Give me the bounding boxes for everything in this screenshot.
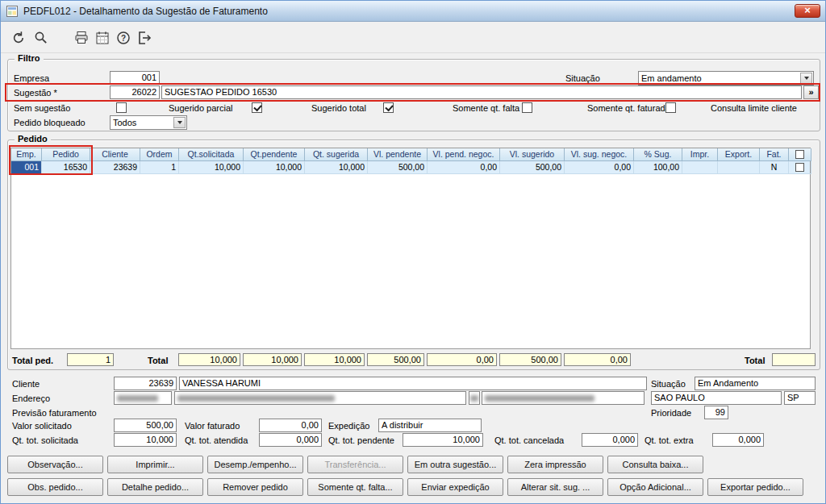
column-header-cliente[interactable]: Cliente — [90, 148, 140, 161]
expedicao-field: A distribuir — [378, 419, 482, 432]
button-imprimir[interactable]: Imprimir... — [107, 456, 203, 473]
total-field-vl-sugerido: 500,00 — [499, 353, 561, 366]
filter-checkbox-label-sem-sugestao: Sem sugestão — [14, 103, 70, 113]
button-somente-qt-falta[interactable]: Somente qt. falta... — [307, 478, 403, 496]
cell-ordem[interactable]: 1 — [140, 161, 179, 174]
endereco-label: Endereço — [12, 394, 50, 403]
situacao-filter-label: Situação — [565, 73, 600, 83]
header-select-checkbox[interactable] — [795, 150, 804, 159]
total-ped-label: Total ped. — [12, 356, 53, 365]
cliente-label: Cliente — [12, 379, 40, 389]
column-header-qt-sugerida[interactable]: Qt. sugerida — [305, 148, 368, 161]
cell-qt-pendente[interactable]: 10,000 — [244, 161, 305, 174]
column-header-qt-solicitada[interactable]: Qt.solicitada — [179, 148, 244, 161]
close-button[interactable]: × — [795, 4, 820, 18]
sugestao-zoom-button[interactable]: » — [803, 85, 819, 99]
qt-tot-extra-label: Qt. tot. extra — [645, 435, 694, 445]
button-observacao[interactable]: Observação... — [7, 456, 103, 473]
row-select-cell[interactable] — [789, 161, 811, 174]
pedido-bloqueado-label: Pedido bloqueado — [14, 118, 86, 127]
exit-icon[interactable] — [135, 28, 154, 48]
button-opcao-adicional[interactable]: Opção Adicional... — [607, 478, 703, 496]
pedido-bloqueado-dropdown[interactable]: Todos — [110, 115, 187, 130]
filter-checkbox-sugerido-parcial[interactable] — [252, 102, 262, 113]
row-select-checkbox[interactable] — [795, 163, 804, 172]
cell-emp[interactable]: 001 — [11, 161, 42, 174]
table-row[interactable]: 0011653023639110,00010,00010,000500,000,… — [11, 161, 810, 174]
cell-vl-pend-negoc[interactable]: 0,00 — [428, 161, 500, 174]
search-icon[interactable] — [31, 28, 51, 48]
filter-checkbox-sem-sugestao[interactable] — [116, 102, 127, 113]
column-header-vl-sugerido[interactable]: Vl. sugerido — [500, 148, 565, 161]
total-field-qt-sugerida: 10,000 — [304, 353, 365, 366]
total-right-label: Total — [745, 356, 765, 365]
cell-vl-pendente[interactable]: 500,00 — [368, 161, 428, 174]
column-header-vl-pend-negoc[interactable]: Vl. pend. negoc. — [428, 148, 500, 161]
filter-checkbox-label-consulta-limite-cliente: Consulta limite cliente — [711, 103, 797, 113]
qt-tot-cancelada-field: 0,000 — [582, 433, 638, 447]
column-header-vl-sug-negoc[interactable]: Vl. sug. negoc. — [565, 148, 634, 161]
undo-icon[interactable] — [9, 28, 28, 48]
button-transferencia[interactable]: Transferência... — [307, 456, 403, 473]
help-icon[interactable]: ? — [114, 28, 133, 48]
button-alterar-sit-sug[interactable]: Alterar sit. sug. ... — [507, 478, 603, 496]
column-header-vl-pendente[interactable]: Vl. pendente — [368, 148, 428, 161]
empresa-field[interactable]: 001 — [110, 71, 160, 85]
filter-checkbox-row: Sem sugestãoSugerido parcialSugerido tot… — [1, 102, 826, 115]
button-desemp-empenho[interactable]: Desemp./empenho... — [207, 456, 303, 473]
column-header-select[interactable] — [789, 148, 811, 161]
button-zera-impressao[interactable]: Zera impressão — [507, 456, 603, 473]
total-ped-field: 1 — [67, 353, 114, 366]
toolbar: ? — [1, 23, 825, 53]
sugestao-description-field[interactable]: SUGESTAO PEDIDO 16530 — [161, 85, 802, 99]
qt-tot-pendente-field: 10,000 — [403, 433, 483, 447]
total-right-field — [772, 353, 816, 366]
cell-vl-sugerido[interactable]: 500,00 — [500, 161, 565, 174]
cell-impr[interactable] — [682, 161, 718, 174]
chevron-down-icon[interactable] — [173, 117, 186, 128]
sugestao-code-field[interactable]: 26022 — [110, 85, 160, 99]
filter-checkbox-sugerido-total[interactable] — [383, 102, 394, 113]
column-header-ordem[interactable]: Ordem — [140, 148, 179, 161]
cell-sug[interactable]: 100,00 — [634, 161, 682, 174]
button-em-outra-sugestao[interactable]: Em outra sugestão... — [407, 456, 503, 473]
column-header-qt-pendente[interactable]: Qt.pendente — [244, 148, 305, 161]
endereco-redacted-field-1 — [114, 391, 172, 405]
cell-pedido[interactable]: 16530 — [42, 161, 90, 174]
column-header-export[interactable]: Export. — [718, 148, 760, 161]
cell-fat[interactable]: N — [760, 161, 789, 174]
situacao-dropdown[interactable]: Em andamento — [638, 71, 814, 85]
button-detalhe-pedido[interactable]: Detalhe pedido... — [107, 478, 203, 496]
column-header-impr[interactable]: Impr. — [682, 148, 718, 161]
cell-qt-solicitada[interactable]: 10,000 — [179, 161, 244, 174]
filter-checkbox-label-sugerido-parcial: Sugerido parcial — [169, 103, 233, 113]
button-enviar-expedicao[interactable]: Enviar expedição — [407, 478, 503, 496]
filter-checkbox-somente-qt-faturada[interactable] — [665, 102, 676, 113]
pedido-bloqueado-value: Todos — [113, 118, 136, 128]
cell-qt-sugerida[interactable]: 10,000 — [305, 161, 368, 174]
qt-tot-atendida-label: Qt. tot. atendida — [185, 435, 248, 445]
column-header-sug[interactable]: % Sug. — [634, 148, 682, 161]
empresa-label: Empresa — [14, 73, 49, 83]
sugestao-label: Sugestão * — [14, 88, 57, 98]
expedicao-label: Expedição — [328, 421, 369, 431]
button-consulta-baixa[interactable]: Consulta baixa... — [607, 456, 703, 473]
column-header-fat[interactable]: Fat. — [760, 148, 789, 161]
print-icon[interactable] — [72, 28, 91, 48]
qt-tot-cancelada-label: Qt. tot. cancelada — [494, 435, 564, 445]
button-remover-pedido[interactable]: Remover pedido — [207, 478, 303, 496]
cell-export[interactable] — [718, 161, 760, 174]
button-obs-pedido[interactable]: Obs. pedido... — [7, 478, 103, 496]
filter-checkbox-somente-qt-falta[interactable] — [522, 102, 532, 113]
endereco-redacted-field-4 — [482, 391, 645, 405]
endereco-uf-field: SP — [784, 391, 816, 405]
qt-tot-atendida-field: 0,000 — [259, 433, 322, 447]
button-exportar-pedido[interactable]: Exportar pedido... — [707, 478, 803, 496]
endereco-redacted-field-2 — [174, 391, 466, 405]
column-header-emp[interactable]: Emp. — [11, 148, 42, 161]
cell-vl-sug-negoc[interactable]: 0,00 — [565, 161, 634, 174]
cell-cliente[interactable]: 23639 — [90, 161, 140, 174]
chevron-down-icon[interactable] — [800, 73, 812, 84]
calendar-icon[interactable] — [93, 28, 112, 48]
column-header-pedido[interactable]: Pedido — [42, 148, 90, 161]
